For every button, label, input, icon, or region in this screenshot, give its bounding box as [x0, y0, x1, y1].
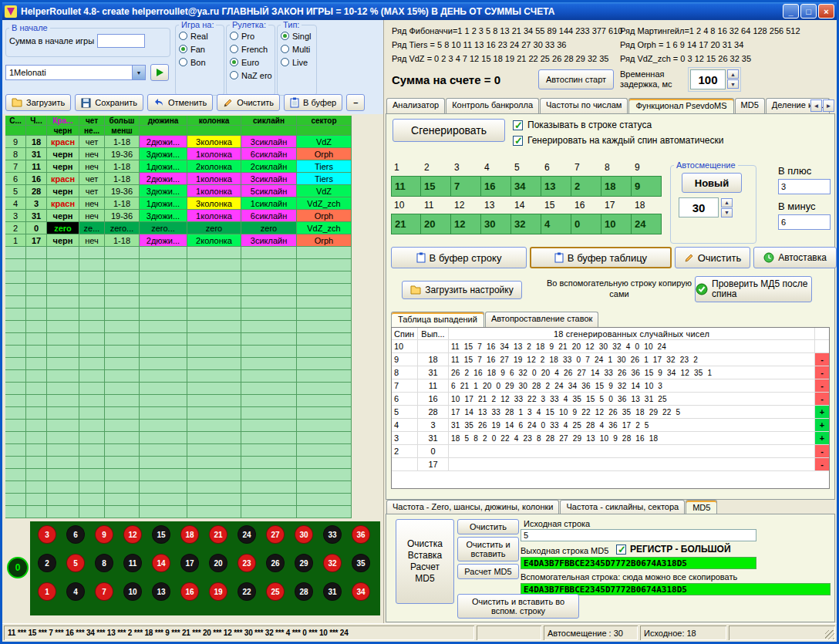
- board-number-36[interactable]: 36: [352, 525, 370, 544]
- board-number-9[interactable]: 9: [95, 525, 113, 544]
- board-number-7[interactable]: 7: [95, 582, 113, 601]
- minimize-button[interactable]: _: [783, 4, 799, 19]
- radio-real[interactable]: Real: [176, 29, 224, 42]
- board-number-34[interactable]: 34: [352, 582, 370, 601]
- board-number-10[interactable]: 10: [123, 582, 142, 601]
- md5-register-checkbox[interactable]: РЕГИСТР - БОЛЬШОЙ: [616, 544, 731, 555]
- preset-dropdown[interactable]: 1Melonati ▼: [5, 65, 146, 80]
- delay-up-button[interactable]: ▲: [727, 69, 739, 79]
- checkbox-generate-each-spin[interactable]: Генерировать на каждый спин автоматическ…: [513, 135, 723, 146]
- board-number-25[interactable]: 25: [266, 582, 285, 601]
- board-number-3[interactable]: 3: [38, 525, 56, 544]
- board-number-24[interactable]: 24: [238, 525, 256, 544]
- drops-row: 83126 2 16 18 9 6 32 0 20 4 26 27 14 33 …: [392, 366, 829, 379]
- buffer-table-button[interactable]: В буфер таблицу: [530, 247, 672, 268]
- play-button[interactable]: [150, 64, 169, 81]
- board-number-11[interactable]: 11: [123, 554, 142, 572]
- board-number-1[interactable]: 1: [38, 582, 56, 601]
- load-settings-button[interactable]: Загрузить настройку: [402, 281, 522, 299]
- radio-fan[interactable]: Fan: [176, 42, 224, 56]
- md5-source-input[interactable]: [521, 529, 756, 541]
- resize-grip[interactable]: [825, 630, 834, 639]
- board-number-12[interactable]: 12: [123, 525, 142, 544]
- md5-clear-paste-aux-button[interactable]: Очистить и вставить во вспом. строку: [457, 594, 579, 619]
- autospin-start-button[interactable]: Автоспин старт: [538, 69, 614, 89]
- tab-scroll-right-button[interactable]: ►: [823, 99, 834, 112]
- board-number-6[interactable]: 6: [66, 525, 85, 544]
- board-number-0[interactable]: 0: [7, 557, 29, 578]
- autoshift-down-button[interactable]: ▼: [721, 208, 733, 217]
- radio-live[interactable]: Live: [278, 56, 316, 69]
- board-number-13[interactable]: 13: [152, 582, 170, 601]
- board-number-16[interactable]: 16: [180, 582, 199, 601]
- board-number-26[interactable]: 26: [266, 554, 285, 572]
- undo-button[interactable]: Отменить: [147, 94, 213, 111]
- board-number-33[interactable]: 33: [323, 525, 342, 544]
- collapse-button[interactable]: –: [346, 94, 365, 111]
- start-sum-input[interactable]: [97, 34, 145, 48]
- plus-input[interactable]: [778, 179, 831, 194]
- bottom-tab[interactable]: MD5: [686, 500, 717, 515]
- board-number-35[interactable]: 35: [352, 554, 370, 572]
- board-number-5[interactable]: 5: [66, 554, 85, 572]
- board-number-2[interactable]: 2: [38, 554, 56, 572]
- sub-tab[interactable]: Автопроставление ставок: [485, 312, 598, 327]
- main-tab[interactable]: Контроль банкролла: [446, 98, 539, 113]
- generate-button[interactable]: Сгенерировать: [393, 119, 505, 142]
- to-buffer-button[interactable]: В буфер: [284, 94, 342, 111]
- main-tab[interactable]: Частоты по числам: [540, 98, 628, 113]
- md5-big-button[interactable]: Очистка Вставка Расчет MD5: [396, 519, 454, 604]
- main-tab[interactable]: MD5: [735, 98, 765, 113]
- md5-clear-button[interactable]: Очистить: [457, 519, 519, 534]
- checkbox-show-in-status[interactable]: Показывать в строке статуса: [513, 120, 652, 130]
- board-number-30[interactable]: 30: [295, 525, 313, 544]
- save-button[interactable]: Сохранить: [75, 94, 143, 111]
- board-number-27[interactable]: 27: [266, 525, 285, 544]
- board-number-18[interactable]: 18: [180, 525, 199, 544]
- board-number-32[interactable]: 32: [323, 554, 342, 572]
- board-number-31[interactable]: 31: [323, 582, 342, 601]
- board-number-19[interactable]: 19: [209, 582, 227, 601]
- history-empty-cell: [140, 444, 187, 457]
- close-button[interactable]: ×: [818, 4, 834, 19]
- md5-clear-paste-button[interactable]: Очистить и вставить: [457, 537, 519, 561]
- board-number-4[interactable]: 4: [66, 582, 85, 601]
- board-number-23[interactable]: 23: [238, 554, 256, 572]
- autoshift-up-button[interactable]: ▲: [721, 198, 733, 207]
- board-number-8[interactable]: 8: [95, 554, 113, 572]
- maximize-button[interactable]: □: [800, 4, 817, 19]
- clear-generated-button[interactable]: Очистить: [675, 247, 750, 268]
- board-number-15[interactable]: 15: [152, 525, 170, 544]
- delay-down-button[interactable]: ▼: [727, 79, 739, 89]
- load-button[interactable]: Загрузить: [5, 94, 71, 111]
- board-number-21[interactable]: 21: [209, 525, 227, 544]
- md5-calc-button[interactable]: Расчет MD5: [457, 564, 519, 579]
- chevron-down-icon[interactable]: ▼: [132, 66, 145, 79]
- autobet-button[interactable]: Автоставка: [753, 247, 837, 268]
- radio-multi[interactable]: Multi: [278, 42, 316, 56]
- main-tab[interactable]: Анализатор: [386, 98, 445, 113]
- radio-bon[interactable]: Bon: [176, 56, 224, 69]
- board-number-17[interactable]: 17: [180, 554, 199, 572]
- history-cell: zero: [241, 222, 297, 234]
- main-tab[interactable]: Функционал PsevdoMS: [628, 98, 733, 113]
- radio-euro[interactable]: Euro: [227, 56, 275, 69]
- board-number-14[interactable]: 14: [152, 554, 170, 572]
- radio-nazero[interactable]: NaZ ero: [227, 69, 275, 82]
- board-number-20[interactable]: 20: [209, 554, 227, 572]
- clear-button[interactable]: Очистить: [217, 94, 280, 111]
- minus-input[interactable]: [778, 214, 831, 230]
- tab-scroll-left-button[interactable]: ◄: [810, 99, 822, 112]
- sub-tab[interactable]: Таблица выпадений: [391, 312, 484, 327]
- radio-singl[interactable]: Singl: [278, 29, 316, 42]
- board-number-28[interactable]: 28: [295, 582, 313, 601]
- board-number-22[interactable]: 22: [238, 582, 256, 601]
- bottom-tab[interactable]: Частота - сиклайны, сектора: [560, 500, 685, 515]
- buffer-row-button[interactable]: В буфер строку: [391, 247, 527, 268]
- board-number-29[interactable]: 29: [295, 554, 313, 572]
- bottom-tab[interactable]: Частота - Zero, шансы, дюжины, колонки: [386, 500, 559, 515]
- new-button[interactable]: Новый: [682, 173, 742, 193]
- radio-pro[interactable]: Pro: [227, 29, 275, 42]
- check-md5-button[interactable]: Проверить МД5 после спина: [695, 276, 812, 302]
- radio-french[interactable]: French: [227, 42, 275, 56]
